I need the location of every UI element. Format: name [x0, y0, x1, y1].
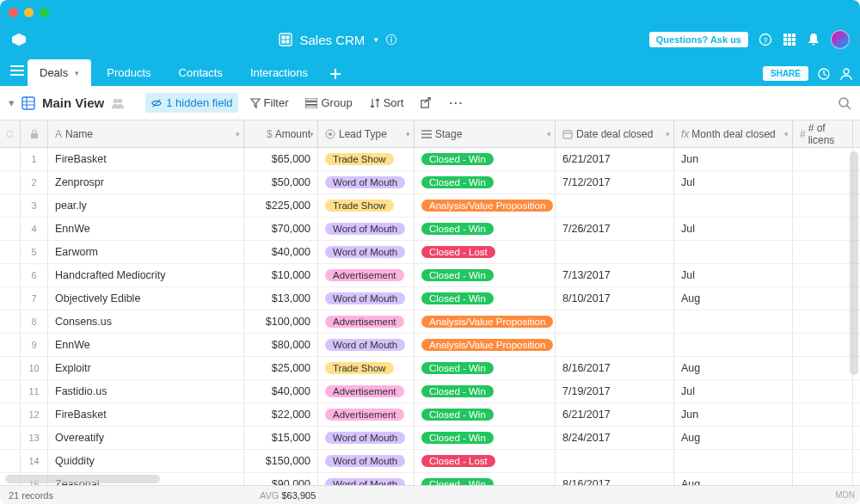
base-title-dropdown-icon[interactable]: ▾: [374, 35, 378, 44]
cell-licenses[interactable]: [793, 171, 853, 194]
column-header-name[interactable]: AName▾: [48, 120, 244, 147]
row-checkbox[interactable]: [0, 148, 21, 170]
cell-date[interactable]: 6/21/2017: [556, 403, 674, 426]
history-icon[interactable]: [817, 67, 831, 81]
table-row[interactable]: 4EnnWe$70,000Word of MouthClosed - Win7/…: [0, 218, 860, 241]
cell-lead[interactable]: Trade Show: [318, 357, 415, 379]
cell-name[interactable]: Zenprospr: [48, 171, 244, 194]
cell-amount[interactable]: $25,000: [244, 357, 318, 379]
table-row[interactable]: 6Handcrafted Mediocrity$10,000Advertisem…: [0, 264, 860, 287]
apps-grid-icon[interactable]: [783, 33, 796, 46]
rows-container[interactable]: 1FireBasket$65,000Trade ShowClosed - Win…: [0, 148, 860, 485]
cell-licenses[interactable]: [793, 334, 853, 356]
cell-lead[interactable]: Word of Mouth: [318, 241, 415, 263]
cell-date[interactable]: [556, 310, 674, 333]
cell-date[interactable]: 7/26/2017: [556, 218, 674, 240]
close-window-button[interactable]: [9, 8, 18, 17]
table-row[interactable]: 9EnnWe$80,000Word of MouthAnalysis/Value…: [0, 334, 860, 357]
cell-date[interactable]: [556, 241, 674, 263]
cell-stage[interactable]: Closed - Win: [415, 218, 556, 240]
cell-name[interactable]: FireBasket: [48, 148, 244, 170]
cell-licenses[interactable]: [793, 241, 853, 263]
cell-stage[interactable]: Closed - Win: [415, 148, 556, 170]
cell-date[interactable]: 8/16/2017: [556, 473, 674, 485]
column-header-month[interactable]: fxMonth deal closed▾: [674, 120, 793, 147]
cell-month[interactable]: [674, 334, 793, 356]
row-checkbox[interactable]: [0, 241, 21, 263]
column-header-date[interactable]: Date deal closed▾: [556, 120, 674, 147]
cell-amount[interactable]: $150,000: [244, 450, 318, 472]
cell-amount[interactable]: $50,000: [244, 171, 318, 194]
table-row[interactable]: 13Overeatify$15,000Word of MouthClosed -…: [0, 427, 860, 450]
cell-lead[interactable]: Word of Mouth: [318, 218, 415, 240]
cell-amount[interactable]: $15,000: [244, 427, 318, 449]
minimize-window-button[interactable]: [24, 8, 34, 17]
cell-date[interactable]: 8/10/2017: [556, 287, 674, 310]
cell-stage[interactable]: Closed - Win: [415, 403, 556, 426]
horizontal-scrollbar[interactable]: [5, 475, 160, 483]
info-icon[interactable]: [385, 34, 397, 46]
summary-avg[interactable]: AVG $63,905: [260, 490, 316, 501]
cell-date[interactable]: [556, 334, 674, 356]
user-avatar[interactable]: [831, 30, 850, 49]
share-view-button[interactable]: [415, 94, 437, 112]
cell-licenses[interactable]: [793, 427, 853, 449]
views-dropdown-icon[interactable]: ▾: [9, 96, 15, 109]
cell-amount[interactable]: $40,000: [244, 241, 318, 263]
help-icon[interactable]: ?: [759, 33, 772, 46]
share-button[interactable]: SHARE: [763, 66, 808, 81]
cell-lead[interactable]: Advertisement: [318, 310, 415, 333]
cell-lead[interactable]: Word of Mouth: [318, 171, 415, 194]
cell-name[interactable]: Handcrafted Mediocrity: [48, 264, 244, 286]
cell-licenses[interactable]: [793, 403, 853, 426]
cell-name[interactable]: Quiddity: [48, 450, 244, 472]
cell-month[interactable]: Aug: [674, 357, 793, 379]
cell-lead[interactable]: Word of Mouth: [318, 287, 415, 310]
cell-month[interactable]: Jun: [674, 148, 793, 170]
row-checkbox[interactable]: [0, 310, 21, 333]
table-row[interactable]: 5Earworm$40,000Word of MouthClosed - Los…: [0, 241, 860, 264]
cell-name[interactable]: Consens.us: [48, 310, 244, 333]
cell-name[interactable]: Objectively Edible: [48, 287, 244, 310]
cell-stage[interactable]: Closed - Win: [415, 171, 556, 194]
cell-amount[interactable]: $65,000: [244, 148, 318, 170]
cell-stage[interactable]: Closed - Win: [415, 287, 556, 310]
cell-amount[interactable]: $100,000: [244, 310, 318, 333]
cell-name[interactable]: Fastidio.us: [48, 380, 244, 403]
tab-deals[interactable]: Deals▾: [28, 59, 91, 86]
cell-amount[interactable]: $22,000: [244, 403, 318, 426]
tab-contacts[interactable]: Contacts: [167, 59, 235, 86]
hidden-fields-button[interactable]: 1 hidden field: [145, 93, 237, 113]
table-row[interactable]: 11Fastidio.us$40,000AdvertisementClosed …: [0, 380, 860, 403]
cell-stage[interactable]: Closed - Win: [415, 427, 556, 449]
cell-amount[interactable]: $225,000: [244, 194, 318, 217]
cell-date[interactable]: 7/19/2017: [556, 380, 674, 403]
zoom-window-button[interactable]: [40, 8, 49, 17]
cell-stage[interactable]: Closed - Win: [415, 357, 556, 379]
app-logo-icon[interactable]: [10, 33, 28, 46]
cell-month[interactable]: Aug: [674, 287, 793, 310]
cell-month[interactable]: [674, 450, 793, 472]
cell-lead[interactable]: Word of Mouth: [318, 334, 415, 356]
row-checkbox[interactable]: [0, 450, 21, 472]
table-row[interactable]: 14Quiddity$150,000Word of MouthClosed - …: [0, 450, 860, 473]
cell-lead[interactable]: Trade Show: [318, 148, 415, 170]
cell-licenses[interactable]: [793, 473, 853, 485]
cell-amount[interactable]: $13,000: [244, 287, 318, 310]
cell-month[interactable]: Jun: [674, 403, 793, 426]
row-checkbox[interactable]: [0, 334, 21, 356]
cell-lead[interactable]: Word of Mouth: [318, 473, 415, 485]
grid-view-icon[interactable]: [22, 96, 35, 110]
row-checkbox[interactable]: [0, 427, 21, 449]
row-checkbox[interactable]: [0, 403, 21, 426]
cell-lead[interactable]: Trade Show: [318, 194, 415, 217]
cell-date[interactable]: 6/21/2017: [556, 148, 674, 170]
notifications-icon[interactable]: [807, 33, 820, 46]
cell-month[interactable]: Jul: [674, 264, 793, 286]
vertical-scrollbar[interactable]: [850, 151, 858, 375]
tab-interactions[interactable]: Interactions: [238, 59, 320, 86]
hamburger-menu-icon[interactable]: [7, 55, 28, 86]
filter-button[interactable]: Filter: [245, 93, 294, 113]
row-checkbox[interactable]: [0, 357, 21, 379]
cell-lead[interactable]: Advertisement: [318, 403, 415, 426]
